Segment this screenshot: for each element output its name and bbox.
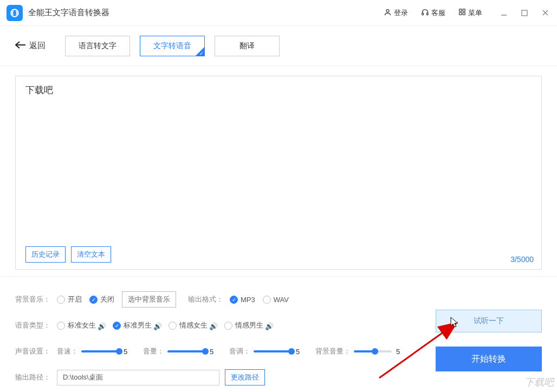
format-mp3-radio[interactable]: MP3 bbox=[230, 296, 255, 304]
check-corner-icon bbox=[196, 47, 204, 56]
format-label: 输出格式： bbox=[188, 295, 223, 304]
minimize-button[interactable] bbox=[498, 8, 509, 18]
svg-rect-6 bbox=[459, 12, 462, 15]
svg-rect-4 bbox=[459, 9, 462, 11]
speaker-icon: 🔊 bbox=[153, 322, 161, 329]
pitch-slider[interactable]: 音调： 5 bbox=[229, 347, 303, 356]
back-arrow-icon bbox=[15, 41, 26, 50]
login-button[interactable]: 登录 bbox=[377, 6, 414, 20]
navbar: 返回 语言转文字 文字转语音 翻译 bbox=[0, 26, 557, 66]
tab-label: 文字转语音 bbox=[153, 41, 191, 51]
bgvol-slider[interactable]: 背景音量： 5 bbox=[315, 347, 404, 356]
tab-stt[interactable]: 语言转文字 bbox=[65, 36, 130, 56]
svg-point-1 bbox=[386, 9, 389, 12]
bgm-off-radio[interactable]: 关闭 bbox=[89, 295, 114, 304]
back-button[interactable]: 返回 bbox=[15, 41, 46, 51]
tab-translate[interactable]: 翻译 bbox=[215, 36, 280, 56]
format-wav-radio[interactable]: WAV bbox=[263, 296, 289, 304]
speed-slider[interactable]: 音速： 5 bbox=[57, 347, 131, 356]
voice-emo-male-radio[interactable]: 情感男生🔊 bbox=[224, 321, 273, 330]
app-title: 全能王文字语音转换器 bbox=[28, 8, 109, 18]
watermark: 下载吧 bbox=[524, 376, 554, 389]
tab-label: 翻译 bbox=[239, 41, 255, 51]
login-label: 登录 bbox=[394, 8, 408, 18]
start-button[interactable]: 开始转换 bbox=[436, 347, 542, 371]
svg-rect-9 bbox=[522, 10, 527, 16]
headset-icon bbox=[421, 8, 429, 18]
titlebar: 全能王文字语音转换器 登录 客服 菜单 bbox=[0, 0, 557, 26]
grid-icon bbox=[458, 8, 466, 17]
select-bgm-button[interactable]: 选中背景音乐 bbox=[122, 291, 176, 308]
voice-emo-female-radio[interactable]: 情感女生🔊 bbox=[169, 321, 217, 330]
clear-button[interactable]: 清空文本 bbox=[71, 246, 111, 263]
action-buttons: 试听一下 开始转换 bbox=[436, 310, 542, 371]
history-button[interactable]: 历史记录 bbox=[25, 246, 66, 263]
tab-label: 语言转文字 bbox=[79, 41, 116, 51]
support-button[interactable]: 客服 bbox=[414, 6, 452, 20]
output-label: 输出路径： bbox=[15, 373, 50, 382]
maximize-button[interactable] bbox=[519, 8, 530, 18]
bgm-label: 背景音乐： bbox=[15, 295, 50, 304]
svg-rect-3 bbox=[427, 12, 429, 15]
svg-rect-7 bbox=[463, 12, 465, 15]
menu-label: 菜单 bbox=[468, 8, 482, 18]
close-button[interactable] bbox=[540, 8, 550, 18]
speaker-icon: 🔊 bbox=[209, 322, 217, 329]
tab-tts[interactable]: 文字转语音 bbox=[140, 36, 205, 56]
sound-label: 声音设置： bbox=[15, 347, 50, 356]
text-content: 下载吧 bbox=[25, 84, 532, 96]
app-logo bbox=[7, 5, 23, 21]
user-icon bbox=[384, 8, 392, 18]
speaker-icon: 🔊 bbox=[98, 322, 105, 329]
text-input-area[interactable]: 下载吧 历史记录 清空文本 3/5000 bbox=[15, 76, 542, 270]
svg-rect-2 bbox=[422, 12, 424, 15]
voice-label: 语音类型： bbox=[15, 321, 50, 330]
back-label: 返回 bbox=[29, 41, 46, 51]
svg-rect-5 bbox=[463, 9, 465, 11]
bgm-on-radio[interactable]: 开启 bbox=[57, 295, 82, 304]
speaker-icon: 🔊 bbox=[265, 322, 273, 329]
preview-button[interactable]: 试听一下 bbox=[436, 310, 542, 332]
main-area: 下载吧 历史记录 清空文本 3/5000 bbox=[0, 66, 557, 276]
change-path-button[interactable]: 更改路径 bbox=[225, 369, 265, 386]
char-count: 3/5000 bbox=[510, 255, 534, 264]
menu-button[interactable]: 菜单 bbox=[452, 6, 489, 20]
output-path-input[interactable] bbox=[57, 370, 219, 386]
voice-std-male-radio[interactable]: 标准男生🔊 bbox=[113, 321, 161, 330]
volume-slider[interactable]: 音量： 5 bbox=[143, 347, 217, 356]
voice-std-female-radio[interactable]: 标准女生🔊 bbox=[57, 321, 105, 330]
support-label: 客服 bbox=[431, 8, 445, 18]
